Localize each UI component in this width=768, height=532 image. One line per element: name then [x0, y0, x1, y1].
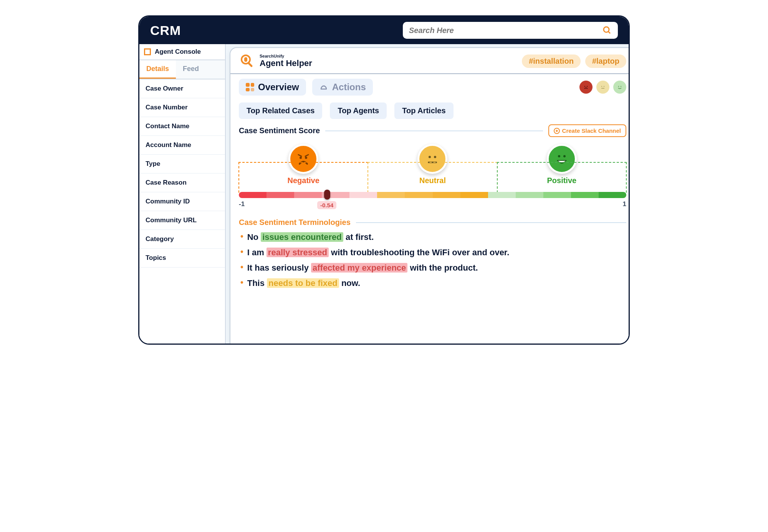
- svg-line-1: [608, 31, 610, 33]
- mode-row: Overview Actions: [230, 74, 630, 100]
- svg-point-15: [434, 156, 436, 158]
- field-contact-name[interactable]: Contact Name: [139, 117, 225, 136]
- helper-name: Agent Helper: [260, 58, 312, 68]
- tab-top-agents[interactable]: Top Agents: [330, 102, 387, 119]
- slack-label: Create Slack Channel: [562, 127, 621, 134]
- term-text: I am really stressed with troubleshootin…: [247, 248, 510, 258]
- vendor-label: SearchUnify: [260, 54, 312, 58]
- tags: #installation #laptop: [522, 55, 626, 68]
- svg-line-4: [248, 63, 252, 66]
- zone-neutral: [367, 162, 497, 193]
- svg-point-11: [621, 86, 622, 87]
- helper-head: SearchUnify Agent Helper #installation #…: [230, 48, 630, 74]
- svg-point-8: [604, 86, 605, 87]
- svg-rect-3: [244, 57, 247, 62]
- helper-title: SearchUnify Agent Helper: [260, 54, 312, 68]
- svg-point-6: [587, 86, 588, 87]
- terminology-list: •No issues encountered at first.•I am re…: [239, 227, 626, 298]
- sentiment-bar: -0.54: [239, 192, 626, 198]
- tag-installation[interactable]: #installation: [522, 55, 581, 68]
- svg-point-14: [429, 156, 431, 158]
- bullet-icon: •: [240, 248, 243, 256]
- app-window: CRM Agent Console Details Feed Case Owne…: [138, 15, 630, 345]
- svg-point-10: [618, 86, 619, 87]
- svg-point-5: [584, 86, 586, 87]
- field-category[interactable]: Category: [139, 230, 225, 249]
- terminology-item: •No issues encountered at first.: [240, 232, 625, 242]
- field-list: Case OwnerCase NumberContact NameAccount…: [139, 79, 225, 268]
- sentiment-gauge: Negative Neutral: [239, 144, 626, 208]
- body: Agent Console Details Feed Case OwnerCas…: [139, 44, 629, 344]
- sidebar: Agent Console Details Feed Case OwnerCas…: [139, 44, 226, 344]
- highlight-green: issues encountered: [261, 232, 343, 242]
- tag-laptop[interactable]: #laptop: [585, 55, 626, 68]
- svg-point-13: [305, 157, 307, 159]
- dot-neutral-icon: [596, 81, 609, 94]
- svg-point-0: [604, 27, 609, 32]
- terminologies-section: Case Sentiment Terminologies •No issues …: [230, 218, 630, 298]
- terminology-item: •I am really stressed with troubleshooti…: [240, 248, 625, 258]
- field-case-reason[interactable]: Case Reason: [139, 173, 225, 192]
- console-label: Agent Console: [155, 48, 201, 56]
- main-panel: SearchUnify Agent Helper #installation #…: [226, 44, 629, 344]
- bullet-icon: •: [240, 278, 243, 287]
- bullet-icon: •: [240, 263, 243, 271]
- mode-actions-label: Actions: [332, 82, 366, 93]
- field-case-owner[interactable]: Case Owner: [139, 79, 225, 98]
- sentiment-title: Case Sentiment Score: [239, 126, 320, 135]
- field-type[interactable]: Type: [139, 155, 225, 173]
- mode-actions[interactable]: Actions: [312, 79, 373, 96]
- zone-negative: [238, 162, 368, 193]
- mode-overview[interactable]: Overview: [239, 79, 306, 96]
- searchunify-logo-icon: [239, 53, 254, 69]
- topbar: CRM: [139, 17, 629, 44]
- field-community-id[interactable]: Community ID: [139, 192, 225, 211]
- brand-label: CRM: [150, 23, 181, 38]
- svg-point-17: [558, 155, 560, 157]
- divider: [325, 131, 543, 131]
- plus-icon: [554, 128, 560, 134]
- highlight-yellow: needs to be fixed: [267, 278, 339, 288]
- tab-feed[interactable]: Feed: [176, 60, 206, 79]
- sentiment-knob[interactable]: [324, 190, 330, 200]
- tab-top-related-cases[interactable]: Top Related Cases: [239, 102, 322, 119]
- top-tabs: Top Related Cases Top Agents Top Article…: [230, 100, 630, 124]
- actions-icon: [319, 83, 328, 92]
- term-text: This needs to be fixed now.: [247, 278, 360, 288]
- search-icon[interactable]: [602, 26, 612, 35]
- highlight-red: affected my experience: [311, 263, 407, 273]
- range-max: 1: [623, 200, 626, 208]
- divider: [356, 222, 626, 223]
- range-min: -1: [239, 200, 245, 208]
- tab-details[interactable]: Details: [139, 60, 176, 79]
- dot-negative-icon: [579, 81, 593, 94]
- term-text: No issues encountered at first.: [247, 232, 374, 242]
- search-wrap: [192, 22, 618, 39]
- helper-card: SearchUnify Agent Helper #installation #…: [230, 47, 630, 345]
- tab-top-articles[interactable]: Top Articles: [394, 102, 453, 119]
- field-topics[interactable]: Topics: [139, 249, 225, 268]
- console-header[interactable]: Agent Console: [139, 44, 225, 60]
- zone-positive: [497, 162, 627, 193]
- svg-point-12: [300, 157, 302, 159]
- mode-overview-label: Overview: [258, 82, 299, 93]
- overview-icon: [246, 83, 254, 91]
- create-slack-channel-button[interactable]: Create Slack Channel: [548, 124, 626, 137]
- sidebar-tabs: Details Feed: [139, 60, 225, 79]
- field-account-name[interactable]: Account Name: [139, 136, 225, 155]
- search-box[interactable]: [403, 22, 618, 39]
- sentiment-indicator-dots: [579, 81, 626, 94]
- highlight-red: really stressed: [266, 248, 329, 257]
- dot-positive-icon: [613, 81, 626, 94]
- field-community-url[interactable]: Community URL: [139, 211, 225, 230]
- terminology-item: •This needs to be fixed now.: [240, 278, 625, 288]
- terminology-item: •It has seriously affected my experience…: [240, 263, 625, 273]
- sentiment-value: -0.54: [317, 201, 336, 209]
- field-case-number[interactable]: Case Number: [139, 98, 225, 117]
- sentiment-section: Case Sentiment Score Create Slack Channe…: [230, 124, 630, 208]
- search-input[interactable]: [409, 26, 602, 35]
- console-icon: [144, 48, 151, 55]
- svg-point-7: [601, 86, 602, 87]
- terminologies-title: Case Sentiment Terminologies: [239, 218, 351, 227]
- svg-point-18: [563, 155, 566, 157]
